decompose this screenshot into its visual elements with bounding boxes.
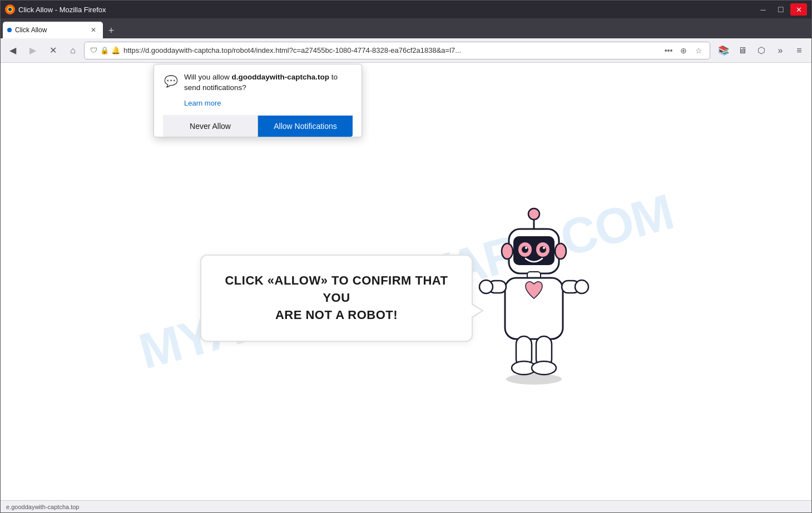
learn-more-link[interactable]: Learn more [184,99,353,107]
home-button[interactable]: ⌂ [64,42,82,59]
new-tab-button[interactable]: + [103,23,120,38]
main-content: CLICK «ALLOW» TO CONFIRM THAT YOU ARE NO… [200,198,612,399]
svg-point-11 [525,247,527,249]
firefox-logo-icon [5,4,15,14]
address-bar[interactable]: 🛡 🔒 🔔 https://d.gooddaywith-captcha.top/… [84,42,710,59]
svg-point-4 [528,208,539,220]
navigation-bar: ◀ ▶ ✕ ⌂ 🛡 🔒 🔔 https://d.gooddaywith-capt… [1,38,811,63]
svg-point-9 [522,246,528,253]
title-bar: Click Allow - Mozilla Firefox ─ ☐ ✕ [1,1,811,18]
reload-button[interactable]: ✕ [44,42,62,59]
speech-bubble: CLICK «ALLOW» TO CONFIRM THAT YOU ARE NO… [200,255,473,341]
robot-svg [478,198,590,387]
svg-point-18 [479,280,493,293]
allow-notifications-button[interactable]: Allow Notifications [258,116,353,137]
status-bar: e.gooddaywith-captcha.top [1,500,811,512]
svg-point-12 [543,247,545,249]
containers-button[interactable]: ⬡ [752,42,770,59]
url-text: https://d.gooddaywith-captcha.top/robot4… [123,46,658,54]
content-area: 💬 Will you allow d.gooddaywith-captcha.t… [1,63,811,500]
browser-window: Click Allow - Mozilla Firefox ─ ☐ ✕ Clic… [0,0,812,513]
never-allow-button[interactable]: Never Allow [163,116,258,137]
bookmark-button[interactable]: ☆ [692,44,705,57]
popup-chat-icon: 💬 [163,73,179,89]
main-text: CLICK «ALLOW» TO CONFIRM THAT YOU ARE NO… [224,272,449,323]
pocket-button[interactable]: ⊕ [677,44,690,57]
window-title: Click Allow - Mozilla Firefox [18,6,106,14]
active-tab[interactable]: Click Allow ✕ [3,22,103,38]
tab-close-button[interactable]: ✕ [88,25,98,35]
svg-point-20 [575,280,588,293]
maximize-button[interactable]: ☐ [773,3,789,16]
svg-point-25 [506,373,562,385]
popup-domain: d.gooddaywith-captcha.top [232,73,330,81]
svg-point-2 [8,8,12,11]
more-options-button[interactable]: ••• [662,44,675,57]
forward-button[interactable]: ▶ [24,42,42,59]
lock-icon: 🔒 [100,46,109,55]
popup-buttons: Never Allow Allow Notifications [163,115,353,137]
svg-point-13 [502,243,513,259]
close-button[interactable]: ✕ [790,3,807,16]
address-bar-icons: 🛡 🔒 🔔 [89,46,120,55]
robot-image [478,198,612,399]
tab-notification-dot [7,28,12,32]
toolbar-actions: 📚 🖥 ⬡ » ≡ [715,42,808,59]
tab-label: Click Allow [15,26,85,34]
popup-message-prefix: Will you allow [184,73,232,81]
library-button[interactable]: 📚 [715,42,732,59]
title-bar-controls: ─ ☐ ✕ [755,3,807,16]
main-text-line2: ARE NOT A ROBOT! [224,307,449,324]
popup-message: Will you allow d.gooddaywith-captcha.top… [184,72,353,93]
svg-point-14 [555,243,566,259]
shield-icon: 🛡 [89,46,98,55]
status-text: e.gooddaywith-captcha.top [6,504,79,510]
back-button[interactable]: ◀ [4,42,22,59]
main-text-line1: CLICK «ALLOW» TO CONFIRM THAT YOU [224,272,449,307]
minimize-button[interactable]: ─ [755,3,771,16]
svg-point-10 [539,246,546,253]
address-bar-actions: ••• ⊕ ☆ [662,44,705,57]
notification-popup: 💬 Will you allow d.gooddaywith-captcha.t… [154,64,362,137]
title-bar-left: Click Allow - Mozilla Firefox [5,4,106,14]
notification-permissions-icon: 🔔 [111,46,120,55]
menu-button[interactable]: ≡ [790,42,808,59]
tab-bar: Click Allow ✕ + [1,18,811,38]
extensions-button[interactable]: » [771,42,789,59]
svg-point-24 [532,361,556,375]
page-content: MYANTISPYWARE.COM CLICK «ALLOW» TO CONFI… [1,63,811,500]
synced-tabs-button[interactable]: 🖥 [734,42,751,59]
popup-header: 💬 Will you allow d.gooddaywith-captcha.t… [163,72,353,93]
